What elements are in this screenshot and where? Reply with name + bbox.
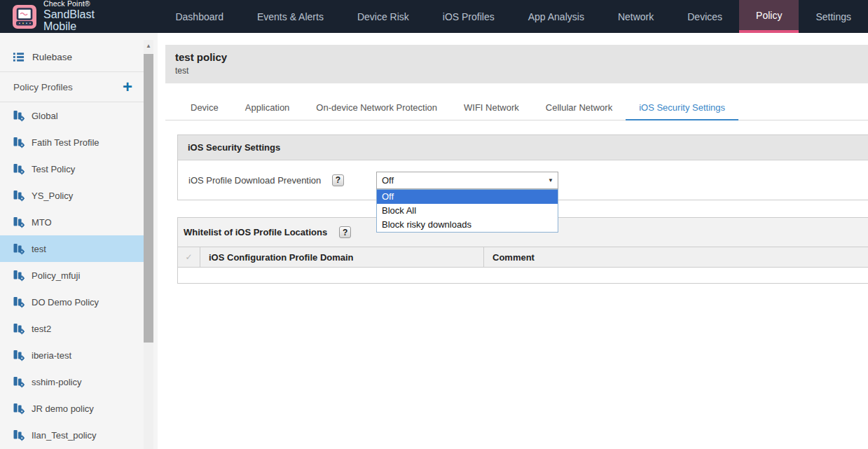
rulebase-label: Rulebase (32, 52, 72, 62)
nav-item-network[interactable]: Network (601, 0, 670, 33)
sidebar-item-label: Global (32, 111, 58, 121)
help-icon[interactable]: ? (332, 174, 344, 186)
add-profile-button[interactable]: + (123, 80, 132, 94)
scrollbar-thumb[interactable] (144, 54, 153, 343)
top-navbar: Check Point® SandBlast Mobile Dashboard … (0, 0, 868, 33)
scroll-up-button[interactable]: ▲ (144, 40, 153, 51)
policy-profiles-label: Policy Profiles (13, 82, 73, 92)
tab-ios-security-settings[interactable]: iOS Security Settings (626, 99, 738, 120)
sidebar-item-label: YS_Policy (32, 191, 73, 201)
tab-wifi-network[interactable]: WIFI Network (450, 99, 532, 120)
check-column-header: ✓ (178, 247, 200, 267)
brand-name: Check Point® SandBlast Mobile (43, 0, 129, 33)
policy-profile-icon (13, 375, 25, 388)
policy-tabs: Device Application On-device Network Pro… (165, 99, 868, 120)
sidebar-item-test-policy[interactable]: Test Policy (0, 156, 144, 182)
policy-profile-icon (13, 402, 25, 415)
rulebase-list-icon (13, 51, 25, 63)
profile-download-prevention-row: iOS Profile Download Prevention ? Off ▼ … (178, 160, 868, 200)
tab-application[interactable]: Application (232, 99, 303, 120)
whitelist-title: Whitelist of iOS Profile Locations (184, 227, 327, 237)
sidebar-item-test[interactable]: test (0, 235, 144, 262)
check-icon: ✓ (185, 252, 192, 262)
policy-profiles-header: Policy Profiles + (0, 72, 144, 102)
option-block-risky-downloads[interactable]: Block risky downloads (377, 218, 558, 232)
main-nav: Dashboard Events & Alerts Device Risk iO… (158, 0, 868, 33)
nav-item-ios-profiles[interactable]: iOS Profiles (426, 0, 511, 33)
sidebar-item-iberia-test[interactable]: iberia-test (0, 342, 144, 368)
sidebar-item-label: sshim-policy (32, 377, 82, 387)
sidebar-item-label: test2 (32, 324, 51, 334)
page-title: test policy (175, 51, 868, 63)
sidebar-item-label: MTO (32, 217, 52, 228)
policy-profile-icon (13, 163, 25, 175)
policy-profile-icon (13, 242, 25, 255)
policy-profile-icon (13, 109, 25, 122)
download-prevention-select[interactable]: Off ▼ (376, 172, 558, 189)
domain-column-header: iOS Configuration Profile Domain (200, 247, 484, 267)
policy-profile-icon (13, 189, 25, 202)
sidebar-item-label: Policy_mfuji (32, 270, 80, 281)
sidebar-item-global[interactable]: Global (0, 102, 144, 129)
sidebar-item-label: DO Demo Policy (32, 297, 99, 308)
nav-item-dashboard[interactable]: Dashboard (158, 0, 240, 33)
policy-page-header: test policy test (165, 45, 868, 83)
sidebar-item-mto[interactable]: MTO (0, 209, 144, 235)
sidebar-scrollbar[interactable]: ▲ (144, 40, 153, 449)
sidebar-item-rulebase[interactable]: Rulebase (0, 42, 144, 71)
brand-line-sandblast: SandBlast Mobile (43, 8, 129, 33)
comment-column-header: Comment (484, 252, 868, 263)
tab-on-device-network-protection[interactable]: On-device Network Protection (303, 99, 450, 120)
selected-value: Off (382, 175, 394, 186)
sidebar-item-label: iberia-test (32, 350, 71, 361)
whitelist-table-header: ✓ iOS Configuration Profile Domain Comme… (178, 247, 868, 268)
sidebar-item-sshim-policy[interactable]: sshim-policy (0, 368, 144, 395)
nav-item-devices[interactable]: Devices (670, 0, 739, 33)
nav-item-settings[interactable]: Settings (799, 0, 868, 33)
dropdown-options-list: Off Block All Block risky downloads (376, 189, 558, 233)
nav-item-events-alerts[interactable]: Events & Alerts (240, 0, 340, 33)
sidebar-item-jr-demo-policy[interactable]: JR demo policy (0, 395, 144, 422)
sandblast-logo-icon (13, 5, 36, 29)
sidebar-item-policy-mfuji[interactable]: Policy_mfuji (0, 262, 144, 289)
checkpoint-brand[interactable]: Check Point® SandBlast Mobile (0, 0, 129, 33)
policy-profile-icon (13, 216, 25, 228)
field-label: iOS Profile Download Prevention (188, 175, 332, 186)
ios-security-settings-section: iOS Security Settings iOS Profile Downlo… (177, 134, 868, 200)
sidebar-item-ys-policy[interactable]: YS_Policy (0, 182, 144, 209)
sidebar-item-label: test (32, 244, 46, 254)
sidebar-item-fatih-test-profile[interactable]: Fatih Test Profile (0, 129, 144, 156)
sidebar-item-do-demo-policy[interactable]: DO Demo Policy (0, 289, 144, 315)
sidebar-item-label: Fatih Test Profile (32, 137, 99, 148)
download-prevention-select-wrap: Off ▼ Off Block All Block risky download… (376, 172, 558, 189)
nav-item-device-risk[interactable]: Device Risk (340, 0, 426, 33)
help-icon[interactable]: ? (339, 226, 351, 238)
tab-cellular-network[interactable]: Cellular Network (532, 99, 626, 120)
policy-profile-icon (13, 296, 25, 308)
policy-profile-icon (13, 136, 25, 148)
page-subtitle: test (175, 66, 868, 76)
option-off[interactable]: Off (377, 190, 558, 204)
sidebar-item-label: Ilan_Test_policy (32, 430, 97, 441)
brand-line-checkpoint: Check Point® (43, 0, 129, 8)
policy-sidebar: Rulebase Policy Profiles + Global Fatih … (0, 33, 158, 449)
policy-profile-icon (13, 269, 25, 282)
nav-item-policy[interactable]: Policy (739, 0, 799, 33)
dropdown-arrow-icon: ▼ (548, 177, 553, 184)
sidebar-item-label: JR demo policy (32, 403, 94, 414)
tab-device[interactable]: Device (177, 99, 232, 120)
option-block-all[interactable]: Block All (377, 204, 558, 218)
sidebar-item-ilan-test-policy[interactable]: Ilan_Test_policy (0, 422, 144, 448)
sidebar-item-label: Test Policy (32, 164, 75, 174)
sidebar-item-test2[interactable]: test2 (0, 315, 144, 342)
policy-profile-icon (13, 349, 25, 361)
nav-item-app-analysis[interactable]: App Analysis (511, 0, 601, 33)
main-content: test policy test Device Application On-d… (158, 33, 868, 449)
policy-profile-icon (13, 322, 25, 335)
whitelist-empty-row (178, 268, 868, 283)
policy-profile-icon (13, 429, 25, 441)
section-header: iOS Security Settings (178, 135, 868, 160)
